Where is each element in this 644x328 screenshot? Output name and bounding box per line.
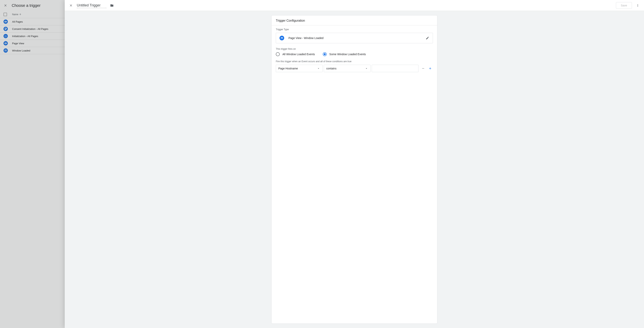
- trigger-row-label: Consent Initialization - All Pages: [12, 28, 48, 31]
- radio-some-events[interactable]: Some Window Loaded Events: [323, 52, 366, 56]
- trigger-type-name: Page View - Window Loaded: [288, 37, 426, 40]
- condition-row: Page Hostname contains: [276, 65, 433, 72]
- trigger-row-init[interactable]: Initialization - All Pages: [0, 33, 65, 40]
- trigger-name-input[interactable]: [77, 3, 106, 8]
- sort-asc-icon: [19, 13, 22, 16]
- caret-down-icon: [365, 67, 368, 70]
- window-loaded-icon: [280, 36, 284, 40]
- trigger-row-label: Window Loaded: [12, 49, 30, 52]
- add-condition-button[interactable]: [428, 66, 432, 71]
- condition-variable-dropdown[interactable]: Page Hostname: [276, 65, 322, 72]
- more-menu-button[interactable]: [634, 2, 642, 9]
- close-icon: [69, 4, 73, 7]
- close-icon: [4, 4, 7, 7]
- radio-all-label: All Window Loaded Events: [282, 53, 315, 56]
- column-name-label: Name: [12, 13, 18, 16]
- trigger-config-card: Trigger Configuration Trigger Type Page …: [271, 15, 438, 324]
- condition-operator-dropdown[interactable]: contains: [324, 65, 370, 72]
- save-button[interactable]: Save: [616, 2, 632, 9]
- power-icon: [4, 34, 8, 38]
- minus-icon: [422, 67, 425, 70]
- condition-value-input[interactable]: [372, 65, 418, 72]
- choose-trigger-title: Choose a trigger: [12, 3, 40, 8]
- condition-variable-value: Page Hostname: [278, 67, 298, 70]
- folder-icon: [110, 4, 114, 7]
- eye-icon: [4, 20, 8, 24]
- choose-trigger-panel: Choose a trigger Name All Pages Consent …: [0, 0, 65, 328]
- trigger-row-window-loaded[interactable]: Window Loaded: [0, 47, 65, 54]
- trigger-row-page-view[interactable]: Page View: [0, 40, 65, 47]
- trigger-editor-panel: Save Trigger Configuration Trigger Type …: [65, 0, 644, 328]
- trigger-type-label: Trigger Type: [276, 28, 433, 31]
- trigger-row-label: Page View: [12, 42, 24, 45]
- fires-on-label: This trigger fires on: [276, 48, 433, 50]
- condition-helper-text: Fire this trigger when an Event occurs a…: [276, 60, 433, 63]
- window-icon: [4, 48, 8, 53]
- caret-down-icon: [317, 67, 320, 70]
- radio-all-events[interactable]: All Window Loaded Events: [276, 52, 315, 56]
- condition-operator-value: contains: [326, 67, 336, 70]
- remove-condition-button[interactable]: [421, 66, 426, 71]
- trigger-editor-header: Save: [65, 0, 644, 11]
- plus-icon: [428, 67, 432, 70]
- radio-button-unselected: [276, 52, 280, 56]
- radio-some-label: Some Window Loaded Events: [330, 53, 366, 56]
- radio-button-selected: [323, 52, 327, 56]
- trigger-row-label: All Pages: [12, 20, 23, 23]
- config-card-title: Trigger Configuration: [272, 16, 437, 25]
- column-name-header[interactable]: Name: [12, 13, 22, 16]
- edit-icon: [426, 36, 429, 40]
- select-all-checkbox[interactable]: [4, 13, 7, 16]
- trigger-row-consent-init[interactable]: Consent Initialization - All Pages: [0, 25, 65, 33]
- trigger-type-selector[interactable]: Page View - Window Loaded: [276, 33, 433, 43]
- folder-button[interactable]: [109, 3, 114, 8]
- close-editor-button[interactable]: [67, 2, 75, 9]
- eye-icon: [4, 41, 8, 46]
- more-vert-icon: [636, 4, 640, 7]
- shield-icon: [4, 27, 8, 31]
- fires-on-radio-group: All Window Loaded Events Some Window Loa…: [276, 52, 433, 56]
- trigger-row-label: Initialization - All Pages: [12, 35, 38, 38]
- trigger-table-header: Name: [0, 11, 65, 18]
- close-choose-trigger-button[interactable]: [3, 3, 8, 8]
- trigger-row-all-pages[interactable]: All Pages: [0, 18, 65, 25]
